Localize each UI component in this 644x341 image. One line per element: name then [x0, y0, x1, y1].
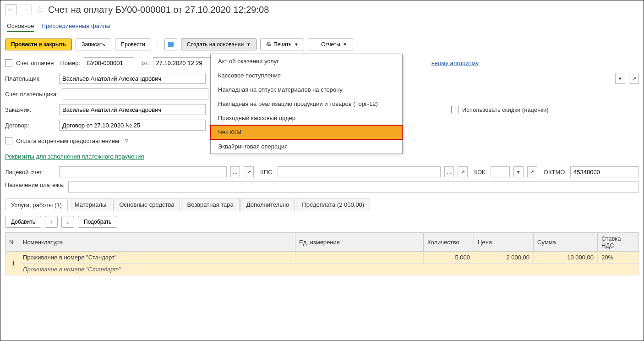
kps-label: КПС:: [260, 169, 274, 176]
cell-nomen[interactable]: Проживание в номере "Стандарт": [19, 252, 295, 264]
date-input[interactable]: [153, 57, 213, 68]
contract-label: Договор:: [5, 122, 55, 129]
help-icon[interactable]: ?: [125, 138, 128, 144]
cell-n: 1: [5, 252, 19, 275]
write-button[interactable]: Записать: [76, 38, 111, 50]
tab-assets[interactable]: Основные средства: [113, 198, 180, 211]
move-up-button[interactable]: ↑: [45, 216, 58, 228]
use-discounts-label: Использовать скидки (наценки): [462, 106, 549, 113]
col-sum[interactable]: Сумма: [534, 233, 598, 252]
structure-icon: [168, 42, 174, 47]
create-on-basis-menu: Акт об оказании услуг Кассовое поступлен…: [210, 54, 403, 154]
cell-sum[interactable]: 10 000,00: [534, 252, 598, 264]
tab-files[interactable]: Присоединенные файлы: [42, 21, 111, 32]
pick-button[interactable]: Подобрать: [78, 216, 117, 228]
back-button[interactable]: ←: [5, 4, 17, 15]
tab-extra[interactable]: Дополнительно: [240, 198, 295, 211]
col-n[interactable]: N: [5, 233, 19, 252]
menu-item-kkm-check[interactable]: Чек ККМ: [211, 125, 402, 139]
kps-open-button[interactable]: ↗: [458, 166, 468, 177]
oktmo-input[interactable]: [570, 166, 639, 177]
personal-account-input[interactable]: [59, 166, 227, 177]
col-nomen[interactable]: Номенклатура: [19, 233, 295, 252]
move-down-button[interactable]: ↓: [61, 216, 74, 228]
algorithm-link[interactable]: нному алгоритму: [431, 60, 479, 66]
favorite-star-icon[interactable]: ☆: [34, 4, 45, 15]
account-open-button[interactable]: ↗: [244, 166, 254, 177]
report-icon: [314, 42, 319, 47]
payer-input[interactable]: [59, 73, 206, 84]
cell-price[interactable]: 2 000,00: [474, 252, 534, 264]
menu-item-cash-receipt[interactable]: Кассовое поступление: [211, 68, 402, 82]
create-on-basis-button[interactable]: Создать на основании▼: [181, 38, 257, 50]
col-qty[interactable]: Количество: [424, 233, 474, 252]
chevron-down-icon: ▼: [343, 42, 347, 47]
tab-services[interactable]: Услуги, работы (1): [5, 198, 68, 211]
items-table: N Номенклатура Ед. измерения Количество …: [5, 232, 639, 275]
invoice-paid-checkbox[interactable]: [5, 59, 12, 66]
payer-dropdown-button[interactable]: ▾: [615, 73, 625, 84]
kek-label: КЭК:: [474, 169, 487, 176]
use-discounts-checkbox[interactable]: [451, 106, 458, 113]
tab-prepay[interactable]: Предоплата (2 000,00): [296, 198, 370, 211]
counter-payment-checkbox[interactable]: [5, 137, 12, 144]
kek-dropdown-button[interactable]: ▾: [513, 166, 524, 177]
printer-icon: 🖶: [266, 41, 272, 48]
contract-input[interactable]: [59, 120, 206, 131]
customer-input[interactable]: [59, 104, 206, 115]
payer-account-label: Счет плательщика:: [5, 91, 58, 98]
tab-materials[interactable]: Материалы: [69, 198, 113, 211]
oktmo-label: ОКТМО:: [544, 169, 567, 176]
table-row-desc[interactable]: Проживание в номере "Стандарт": [5, 264, 639, 275]
counter-payment-label: Оплата встречным предоставлением: [16, 138, 119, 144]
account-select-button[interactable]: …: [230, 166, 240, 177]
payment-details-link[interactable]: Реквизиты для заполнения платежного пору…: [5, 153, 144, 160]
menu-item-material-waybill[interactable]: Накладная на отпуск материалов на сторон…: [211, 82, 402, 97]
page-title: Счет на оплату БУ00-000001 от 27.10.2020…: [48, 5, 269, 15]
number-label: Номер:: [60, 60, 80, 66]
tab-main[interactable]: Основное: [7, 21, 34, 32]
cell-vat[interactable]: 20%: [598, 252, 639, 264]
cell-unit[interactable]: [295, 252, 424, 264]
col-vat[interactable]: Ставка НДС: [598, 233, 639, 252]
col-unit[interactable]: Ед. измерения: [295, 233, 424, 252]
table-row[interactable]: 1 Проживание в номере "Стандарт" 5,000 2…: [5, 252, 639, 264]
payer-account-input[interactable]: [62, 88, 208, 99]
menu-item-cash-order[interactable]: Приходный кассовый ордер: [211, 111, 402, 125]
kps-select-button[interactable]: …: [444, 166, 454, 177]
tab-packaging[interactable]: Возвратная тара: [181, 198, 239, 211]
forward-button[interactable]: →: [20, 4, 32, 15]
separator: [158, 40, 158, 49]
cell-qty[interactable]: 5,000: [424, 252, 474, 264]
purpose-input[interactable]: [68, 182, 639, 192]
invoice-paid-label: Счет оплачен: [16, 60, 54, 66]
from-label: от:: [142, 60, 149, 66]
chevron-down-icon: ▼: [294, 42, 298, 47]
menu-item-torg12[interactable]: Накладная на реализацию продукции и това…: [211, 97, 402, 111]
print-button[interactable]: 🖶Печать▼: [260, 38, 304, 50]
col-price[interactable]: Цена: [474, 233, 534, 252]
number-input[interactable]: [84, 57, 134, 68]
reports-button[interactable]: Отчеты▼: [308, 38, 353, 50]
kek-open-button[interactable]: ↗: [527, 166, 537, 177]
kek-input[interactable]: [491, 166, 510, 177]
purpose-label: Назначение платежа:: [5, 182, 65, 189]
payer-open-button[interactable]: ↗: [629, 73, 639, 84]
payer-label: Плательщик:: [5, 75, 55, 82]
menu-item-acquiring[interactable]: Эквайринговая операция: [211, 139, 402, 154]
post-button[interactable]: Провести: [115, 38, 151, 50]
personal-account-label: Лицевой счет:: [5, 169, 55, 176]
cell-desc[interactable]: Проживание в номере "Стандарт": [19, 264, 639, 275]
add-row-button[interactable]: Добавить: [5, 216, 41, 228]
menu-item-act[interactable]: Акт об оказании услуг: [211, 54, 402, 68]
customer-label: Заказчик:: [5, 106, 55, 113]
kps-input[interactable]: [278, 166, 441, 177]
structure-button[interactable]: [164, 38, 177, 50]
chevron-down-icon: ▼: [246, 42, 251, 47]
post-and-close-button[interactable]: Провести и закрыть: [5, 38, 72, 50]
